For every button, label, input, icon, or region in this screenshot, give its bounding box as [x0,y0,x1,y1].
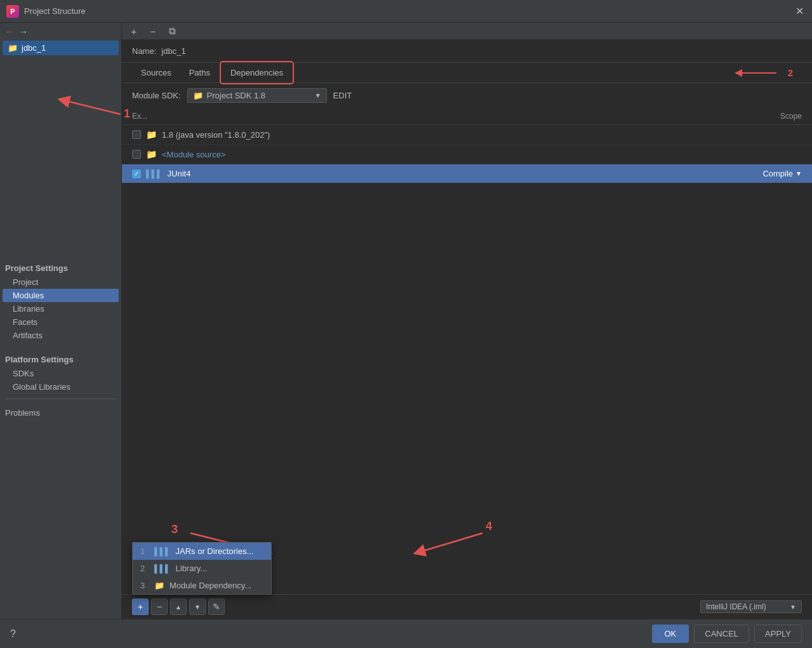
module-name-label: jdbc_1 [22,43,46,53]
module-folder-icon: 📁 [8,43,18,53]
project-settings-heading: Project Settings [0,257,121,275]
module-list-item-jdbc1[interactable]: 📁 jdbc_1 [3,41,119,55]
nav-back-button[interactable]: ← [5,27,14,37]
format-dropdown-arrow-icon: ▼ [790,604,796,611]
bottom-section: 1 ▌▌▌ JARs or Directories... 2 ▌▌▌ Libra… [122,594,812,619]
sidebar-toolbar: ← → [0,23,121,41]
sidebar-item-global-libraries[interactable]: Global Libraries [0,380,121,393]
sdk-bar: Module SDK: 📁 Project SDK 1.8 ▼ EDIT [122,83,812,108]
move-up-button[interactable]: ▲ [170,598,187,615]
edit-icon: ✎ [213,602,220,612]
close-button[interactable]: ✕ [793,5,806,17]
remove-dependency-button[interactable]: − [151,598,168,615]
sidebar-divider [5,399,116,399]
format-value: IntelliJ IDEA (.iml) [706,602,787,611]
edit-dependency-button[interactable]: ✎ [208,598,225,615]
dropdown-item-text-module-dep: Module Dependency... [170,581,263,590]
tabs-bar: Sources Paths Dependencies 2 [122,63,812,83]
action-buttons: OK CANCEL APPLY [652,625,802,643]
dropdown-item-icon-module-dep: 📁 [154,581,164,590]
sdk-label: Module SDK: [132,91,181,100]
help-button[interactable]: ? [10,628,16,640]
content-toolbar: + − ⧉ [122,23,812,40]
sdk-value: Project SDK 1.8 [207,91,311,100]
dep-row-module-source[interactable]: 📁 <Module source> [122,145,812,164]
dep-icon-junit4: ▌▌▌ [146,169,163,178]
sdk-dropdown-arrow-icon: ▼ [315,92,321,99]
add-dropdown-menu: 1 ▌▌▌ JARs or Directories... 2 ▌▌▌ Libra… [132,542,272,595]
dialog-bottom-bar: ? OK CANCEL APPLY [0,619,812,648]
tab-sources[interactable]: Sources [132,63,180,83]
move-down-button[interactable]: ▼ [189,598,206,615]
add-icon: + [138,602,143,612]
dep-checkbox-jdk[interactable] [132,130,141,139]
dep-table-header: Ex... Scope [122,108,812,125]
name-label: Name: [132,46,156,56]
dep-name-module-source: <Module source> [162,150,802,159]
dep-name-jdk: 1.8 (java version "1.8.0_202") [162,130,802,140]
name-bar: Name: jdbc_1 [122,40,812,63]
copy-module-button[interactable]: ⧉ [165,25,179,37]
annotation-2-label: 2 [788,67,793,78]
dep-col-scope: Scope [780,112,802,121]
dropdown-item-text-library: Library... [176,564,263,573]
dropdown-item-library[interactable]: 2 ▌▌▌ Library... [133,560,271,577]
dep-checkbox-module-source[interactable] [132,150,141,159]
title-bar: P Project Structure ✕ [0,0,812,23]
window-title: Project Structure [24,6,86,16]
nav-forward-button[interactable]: → [19,27,28,37]
dropdown-item-num-3: 3 [140,581,149,590]
right-panel: + − ⧉ Name: jdbc_1 Sources Paths Depende… [122,23,812,619]
dropdown-item-module-dep[interactable]: 3 📁 Module Dependency... [133,577,271,594]
dep-scope-junit4: Compile ▼ [762,169,802,178]
sidebar-item-facets[interactable]: Facets [0,315,121,329]
add-module-button[interactable]: + [127,26,141,37]
remove-icon: − [157,602,162,612]
dropdown-item-num-2: 2 [140,564,149,573]
dep-name-junit4: JUnit4 [168,169,763,178]
sdk-folder-icon: 📁 [193,91,203,100]
dropdown-item-icon-library: ▌▌▌ [154,564,171,573]
dep-row-jdk[interactable]: 📁 1.8 (java version "1.8.0_202") [122,125,812,145]
dropdown-item-jars[interactable]: 1 ▌▌▌ JARs or Directories... [133,543,271,560]
dep-checkbox-junit4[interactable]: ✓ [132,169,141,178]
up-icon: ▲ [175,604,182,611]
format-dropdown[interactable]: IntelliJ IDEA (.iml) ▼ [700,600,802,613]
down-icon: ▼ [194,604,201,611]
edit-sdk-button[interactable]: EDIT [333,91,352,100]
sidebar-item-sdks[interactable]: SDKs [0,367,121,380]
cancel-button[interactable]: CANCEL [694,625,749,643]
dropdown-item-text-jars: JARs or Directories... [176,546,263,556]
sidebar-item-modules[interactable]: Modules [3,289,119,302]
scope-arrow-icon: ▼ [795,170,802,177]
app-logo: P [6,5,19,18]
dropdown-item-icon-jars: ▌▌▌ [154,547,171,556]
sidebar-item-artifacts[interactable]: Artifacts [0,329,121,342]
name-value: jdbc_1 [161,46,185,56]
sdk-dropdown[interactable]: 📁 Project SDK 1.8 ▼ [187,88,327,103]
sidebar-item-libraries[interactable]: Libraries [0,302,121,315]
annotation-arrow-2: 2 [732,65,793,81]
bottom-toolbar: + − ▲ ▼ ✎ [122,595,812,619]
dep-checkbox-mark-junit4: ✓ [134,170,139,177]
tab-dependencies[interactable]: Dependencies [222,63,292,83]
apply-button[interactable]: APPLY [754,625,802,643]
dep-col-ex: Ex... [132,112,780,121]
dropdown-item-num-1: 1 [140,546,149,556]
remove-module-button[interactable]: − [146,26,160,37]
tab-paths[interactable]: Paths [180,63,219,83]
sidebar-item-problems[interactable]: Problems [0,404,121,421]
left-sidebar: ← → 📁 jdbc_1 Project Settings Project Mo… [0,23,122,619]
dep-icon-module-source: 📁 [146,149,157,159]
sidebar-item-project[interactable]: Project [0,275,121,289]
dep-icon-jdk: 📁 [146,129,157,140]
dep-row-junit4[interactable]: ✓ ▌▌▌ JUnit4 Compile ▼ [122,164,812,183]
add-dependency-button[interactable]: + [132,598,149,615]
ok-button[interactable]: OK [652,625,689,643]
dependencies-table: Ex... Scope 📁 1.8 (java version "1.8.0_2… [122,108,812,594]
platform-settings-heading: Platform Settings [0,347,121,367]
